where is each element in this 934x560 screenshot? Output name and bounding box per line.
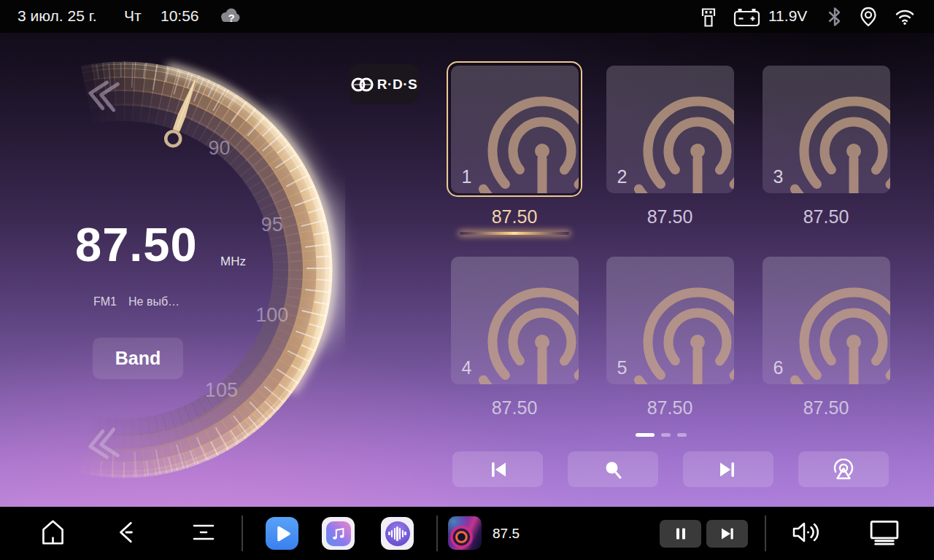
selected-underline-glow: [460, 232, 569, 235]
preset-tile-6[interactable]: 6: [758, 252, 894, 388]
menu-button[interactable]: [191, 521, 216, 547]
location-icon: [858, 6, 879, 31]
podcast-antenna-icon: [625, 284, 734, 384]
page-dot-3[interactable]: [677, 433, 687, 437]
current-frequency: 87.50: [75, 217, 198, 272]
music-note-icon: [331, 526, 347, 542]
station-name: Не выб…: [128, 295, 180, 308]
preset-cell: 1 87.50: [447, 61, 582, 235]
preset-number: 4: [462, 357, 472, 378]
band-button[interactable]: Band: [93, 338, 183, 379]
preset-tile-6-surface: 6: [763, 257, 890, 384]
volume-button[interactable]: [790, 519, 821, 548]
band-status-row: FM1 Не выб…: [93, 295, 180, 308]
rds-rings-icon: [350, 75, 375, 94]
frequency-unit: MHz: [220, 254, 246, 269]
preset-number: 2: [617, 166, 628, 187]
play-icon: [273, 524, 292, 543]
next-media-button[interactable]: [706, 520, 748, 548]
podcast-antenna-icon: [469, 284, 579, 384]
preset-cell: 5 87.50: [602, 252, 738, 419]
rds-badge: R·D·S: [349, 64, 419, 104]
preset-tile-2-surface: 2: [606, 66, 734, 193]
preset-frequency: 87.50: [758, 206, 894, 228]
pause-button[interactable]: [660, 520, 701, 548]
preset-tile-3-surface: 3: [763, 66, 890, 193]
home-button[interactable]: [39, 518, 66, 550]
preset-number: 5: [617, 357, 628, 378]
preset-tile-3[interactable]: 3: [758, 61, 894, 197]
equalizer-app-icon[interactable]: [381, 517, 414, 550]
music-app-icon[interactable]: [322, 517, 355, 550]
preset-tile-4-surface: 4: [451, 257, 579, 384]
preset-cell: 3 87.50: [758, 61, 894, 228]
weather-icon: ?: [217, 5, 242, 30]
nav-divider: [436, 516, 438, 551]
waveform-bar: [391, 530, 393, 537]
status-date: 3 июл. 25 г.: [18, 7, 97, 25]
status-bar: 3 июл. 25 г. Чт 10:56 ?: [0, 0, 934, 33]
waveform-bar: [394, 528, 395, 540]
preset-frequency: 87.50: [602, 397, 738, 419]
waveform-bar: [402, 530, 404, 537]
preset-frequency: 87.50: [758, 397, 894, 419]
preset-tile-1-surface: 1: [451, 66, 579, 193]
weather-glyph: ?: [228, 12, 234, 24]
music-app-gradient: [326, 521, 351, 546]
status-clock: 10:56: [161, 7, 199, 25]
waveform-bar: [404, 532, 406, 535]
wifi-icon: [894, 6, 916, 29]
preset-cell: 6 87.50: [758, 252, 894, 419]
band-label: FM1: [93, 295, 117, 308]
preset-frequency: 87.50: [602, 206, 738, 228]
page-dot-2[interactable]: [661, 433, 671, 437]
bluetooth-icon: [825, 6, 844, 31]
scan-search-button[interactable]: [568, 451, 658, 487]
next-track-icon: [719, 526, 736, 541]
waveform-bar: [396, 526, 398, 541]
display-off-button[interactable]: [865, 518, 903, 549]
preset-number: 6: [773, 357, 784, 378]
preset-tile-4[interactable]: 4: [447, 252, 582, 388]
podcast-antenna-icon: [469, 93, 579, 193]
nav-divider: [242, 516, 243, 551]
radio-app-screen: 3 июл. 25 г. Чт 10:56 ?: [0, 0, 934, 560]
page-dot-1[interactable]: [636, 433, 655, 437]
waveform-bar: [388, 532, 390, 535]
preset-cell: 4 87.50: [447, 252, 582, 419]
broadcast-tower-icon: [832, 459, 855, 481]
preset-tile-5-surface: 5: [606, 257, 734, 384]
preset-tile-1[interactable]: 1: [447, 61, 582, 197]
podcast-antenna-icon: [781, 284, 890, 384]
back-button[interactable]: [115, 518, 139, 549]
now-playing-album-art[interactable]: [448, 516, 482, 550]
preset-number: 3: [773, 166, 784, 187]
preset-cell: 2 87.50: [602, 61, 738, 228]
preset-page-indicator: [636, 433, 687, 437]
broadcast-tower-button[interactable]: [798, 451, 889, 487]
battery-voltage: 11.9V: [768, 7, 807, 25]
waveform-bar: [399, 528, 401, 540]
nav-divider: [765, 516, 766, 551]
battery-icon: [733, 7, 760, 30]
previous-track-icon: [487, 459, 509, 481]
podcast-antenna-icon: [781, 93, 890, 193]
preset-frequency: 87.50: [447, 397, 582, 419]
preset-frequency: 87.50: [447, 206, 582, 228]
preset-tile-2[interactable]: 2: [602, 61, 738, 197]
pause-icon: [674, 526, 688, 541]
video-player-app-icon[interactable]: [266, 517, 298, 550]
usb-icon: [698, 6, 719, 31]
search-icon: [602, 459, 624, 481]
now-playing-frequency: 87.5: [493, 526, 520, 542]
podcast-antenna-icon: [625, 93, 734, 193]
rds-label: R·D·S: [377, 77, 417, 93]
next-track-icon: [717, 459, 739, 481]
status-day: Чт: [124, 7, 142, 25]
system-nav-bar: 87.5: [0, 507, 934, 560]
band-button-label: Band: [115, 348, 161, 369]
equalizer-app-circle: [385, 521, 410, 546]
seek-next-button[interactable]: [683, 451, 773, 487]
preset-tile-5[interactable]: 5: [602, 252, 738, 388]
seek-previous-button[interactable]: [452, 451, 543, 487]
